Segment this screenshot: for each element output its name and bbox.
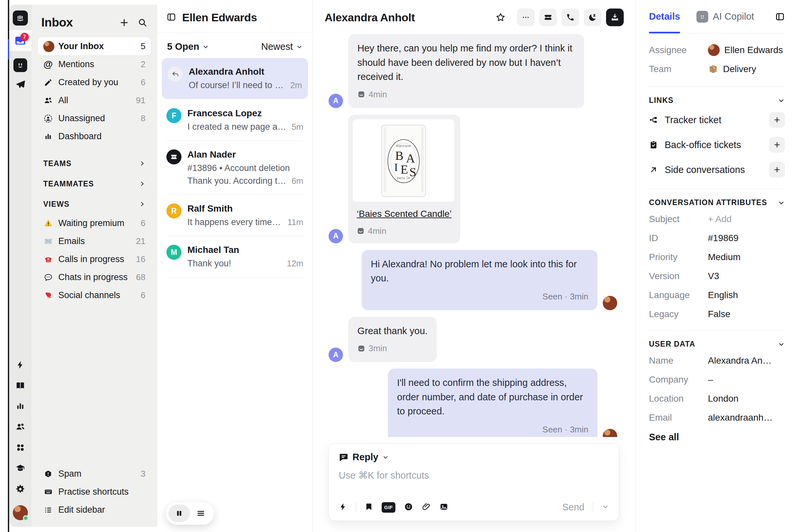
rail-item-inbox[interactable]: 7 (9, 30, 32, 51)
product-link[interactable]: ‘Baies Scented Candle’ (357, 207, 452, 221)
attribute-label: Subject (649, 214, 708, 224)
composer-mode-dropdown[interactable]: Reply (339, 452, 609, 462)
snooze-button[interactable] (584, 8, 602, 26)
user-value: alexandraanh… (708, 413, 773, 423)
gif-button[interactable]: GIF (382, 502, 395, 513)
split-view-button[interactable] (168, 505, 190, 522)
plus-icon (773, 141, 781, 149)
sidebar-item-label: Mentions (58, 59, 94, 70)
attribute-row-priority[interactable]: Priority Medium (649, 248, 785, 267)
open-filter-dropdown[interactable]: 5 Open (167, 41, 209, 52)
sidebar-item-created-by-you[interactable]: Created by you 6 (38, 73, 151, 91)
list-view-button[interactable] (190, 505, 212, 522)
attribute-row-language[interactable]: Language English (649, 286, 785, 305)
rail-item-academy[interactable] (15, 463, 25, 473)
user-data-header[interactable]: USER DATA (649, 340, 785, 348)
attribute-row-legacy[interactable]: Legacy False (649, 305, 785, 324)
message-time: 4min (368, 88, 387, 101)
sort-dropdown[interactable]: Newest (261, 41, 303, 52)
close-conversation-button[interactable] (606, 8, 624, 26)
conversation-row-alan[interactable]: Alan Nader #13896 • Account deletion Tha… (157, 141, 312, 195)
tab-details[interactable]: Details (649, 0, 680, 33)
sidebar-item-your-inbox[interactable]: Your Inbox 5 (38, 37, 151, 55)
sidebar-section-views[interactable]: VIEWS (38, 194, 151, 214)
collapse-details-button[interactable] (775, 12, 785, 22)
sidebar-item-label: Chats in progress (58, 272, 128, 282)
sidebar-item-unassigned[interactable]: Unassigned 8 (38, 109, 151, 128)
conversation-row-ralf[interactable]: R Ralf Smith It happens every time I ref… (157, 195, 312, 236)
sidebar-item-all[interactable]: All 91 (38, 91, 151, 109)
sidebar-section-teammates[interactable]: TEAMMATES (38, 174, 151, 194)
emoji-button[interactable] (404, 502, 413, 513)
conversation-row-alexandra[interactable]: Alexandra Anholt Of course! I’ll need to… (162, 58, 308, 99)
see-all-link[interactable]: See all (649, 432, 785, 442)
details-panel: Details AI Copilot (635, 0, 798, 532)
conversation-row-michael[interactable]: M Michael Tan Thank you! 12m (157, 236, 312, 277)
user-avatar[interactable] (13, 505, 28, 520)
candle-product-image[interactable]: diptyque B A I E S paris 5e (353, 119, 454, 202)
intercom-logo[interactable] (13, 11, 28, 25)
sidebar-item-calls-in-progress[interactable]: Calls in progress 16 (38, 250, 151, 268)
user-label: Name (649, 356, 708, 366)
assignee-row[interactable]: Assignee Ellen Edwards (649, 41, 785, 60)
sidebar-item-dashboard[interactable]: Dashboard (38, 128, 151, 146)
create-ticket-button[interactable] (539, 8, 557, 26)
sidebar-item-count: 5 (141, 41, 146, 52)
send-button[interactable]: Send (562, 502, 584, 513)
rail-item-apps[interactable] (16, 443, 25, 452)
new-conversation-button[interactable] (119, 18, 129, 27)
sidebar-item-edit-sidebar[interactable]: Edit sidebar (38, 501, 151, 519)
svg-text:I: I (394, 161, 398, 173)
more-options-button[interactable] (517, 8, 535, 26)
rail-item-outbound[interactable] (15, 79, 25, 90)
attribute-value[interactable]: + Add (708, 214, 732, 224)
collapse-panel-button[interactable] (166, 12, 176, 23)
attachment-button[interactable] (422, 502, 431, 513)
sidebar-item-emails[interactable]: Emails 21 (38, 232, 151, 250)
section-header-label: CONVERSATION ATTRIBUTES (649, 198, 767, 207)
add-tracker-ticket-button[interactable] (769, 112, 785, 128)
insert-image-button[interactable] (439, 502, 449, 513)
chat-bubble-icon (43, 273, 53, 282)
rail-item-knowledge[interactable] (15, 381, 25, 391)
toolbar-divider (593, 502, 593, 513)
sidebar-section-teams[interactable]: TEAMS (38, 153, 151, 174)
message-input[interactable] (339, 470, 609, 502)
tab-ai-copilot[interactable]: AI Copilot (697, 0, 754, 33)
user-label: Company (649, 375, 708, 385)
call-button[interactable] (562, 8, 579, 26)
shortcuts-button[interactable] (339, 502, 347, 512)
rail-item-settings[interactable] (15, 484, 25, 494)
svg-text:S: S (409, 165, 416, 179)
main-area: Ellen Edwards 5 Open Newest (157, 0, 798, 532)
ticket-avatar (166, 149, 182, 165)
sidebar-item-mentions[interactable]: @ Mentions 2 (38, 55, 151, 73)
links-header[interactable]: LINKS (649, 96, 785, 105)
attributes-header[interactable]: CONVERSATION ATTRIBUTES (649, 198, 785, 207)
conversation-row-francesca[interactable]: F Francesca Lopez I created a new page a… (157, 100, 312, 140)
rail-item-automation[interactable] (16, 360, 25, 369)
send-options-button[interactable] (602, 503, 609, 512)
search-button[interactable] (138, 18, 147, 27)
sidebar-item-practise-shortcuts[interactable]: Practise shortcuts (38, 483, 151, 501)
rail-item-ai-fin[interactable] (14, 58, 27, 72)
saved-replies-button[interactable] (365, 502, 373, 512)
initial-avatar: M (166, 245, 182, 260)
add-back-office-ticket-button[interactable] (769, 137, 785, 153)
online-status-dot (23, 515, 28, 521)
chat-panel: Alexandra Anholt (313, 0, 635, 532)
sidebar-item-label: Waiting premium (58, 218, 125, 228)
rail-item-contacts[interactable] (15, 422, 25, 432)
attribute-row-subject[interactable]: Subject + Add (649, 210, 785, 229)
sidebar-item-social-channels[interactable]: Social channels 6 (38, 286, 151, 304)
add-side-conversation-button[interactable] (769, 162, 785, 177)
attribute-row-version[interactable]: Version V3 (649, 267, 785, 286)
star-button[interactable] (493, 10, 508, 25)
sidebar-item-chats-in-progress[interactable]: Chats in progress 68 (38, 268, 151, 286)
sidebar-item-spam[interactable]: Spam 3 (38, 465, 151, 483)
attribute-row-id: ID #19869 (649, 229, 785, 248)
rail-item-reports[interactable] (16, 402, 25, 411)
team-row[interactable]: Team Delivery (649, 60, 785, 79)
sidebar-item-waiting-premium[interactable]: Waiting premium 6 (38, 214, 151, 232)
conversation-name: Francesca Lopez (187, 108, 303, 119)
